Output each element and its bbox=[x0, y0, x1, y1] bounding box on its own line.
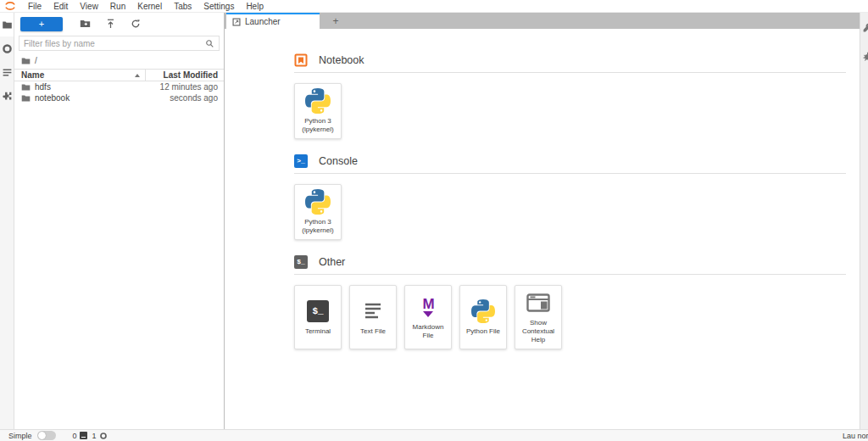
file-row-notebook[interactable]: notebook seconds ago bbox=[14, 92, 224, 103]
terminals-count: 0 bbox=[73, 432, 77, 440]
section-notebook: Notebook Python 3 (ipykernel) bbox=[294, 53, 846, 139]
folder-icon bbox=[2, 20, 13, 31]
launcher-icon bbox=[232, 18, 241, 26]
card-label: Text File bbox=[360, 327, 386, 336]
simple-mode-label: Simple bbox=[8, 432, 32, 440]
column-header-name[interactable]: Name bbox=[14, 70, 145, 80]
tab-bar: Launcher + bbox=[225, 13, 860, 29]
terminal-icon: $_ bbox=[294, 255, 308, 269]
section-divider bbox=[294, 274, 846, 275]
jupyterlab-window: File Edit View Run Kernel Tabs Settings … bbox=[0, 0, 868, 441]
sidebar-tab-running[interactable] bbox=[0, 36, 14, 60]
menu-kernel[interactable]: Kernel bbox=[131, 2, 168, 11]
contextual-help-icon bbox=[526, 293, 550, 312]
main-area: Launcher + Notebook bbox=[225, 13, 860, 429]
status-right-text: Lau norm bbox=[843, 432, 868, 440]
terminal-icon: $_ bbox=[307, 300, 329, 322]
menu-settings[interactable]: Settings bbox=[198, 2, 240, 11]
section-title: Other bbox=[319, 256, 345, 268]
launcher-card-console-python3[interactable]: Python 3 (ipykernel) bbox=[294, 184, 342, 240]
python-icon bbox=[471, 299, 495, 323]
console-icon: >_ bbox=[294, 154, 308, 168]
menu-tabs[interactable]: Tabs bbox=[168, 2, 198, 11]
menu-run[interactable]: Run bbox=[104, 2, 131, 11]
section-title: Console bbox=[319, 155, 358, 167]
file-row-hdfs[interactable]: hdfs 12 minutes ago bbox=[14, 81, 224, 92]
toggle-knob bbox=[38, 432, 46, 439]
markdown-icon: M bbox=[422, 297, 433, 317]
sidebar-tab-table-of-contents[interactable] bbox=[0, 60, 14, 84]
folder-icon bbox=[21, 83, 31, 92]
python-icon bbox=[305, 88, 331, 114]
sidebar-tab-file-browser[interactable] bbox=[0, 13, 14, 36]
card-label: Terminal bbox=[305, 327, 331, 336]
menu-help[interactable]: Help bbox=[240, 2, 270, 11]
status-bar: Simple 0 1 Lau norm bbox=[0, 429, 868, 441]
right-activity-bar bbox=[860, 13, 868, 429]
kernel-circle-icon bbox=[99, 432, 108, 440]
tab-label: Launcher bbox=[245, 17, 281, 26]
launcher-card-text-file[interactable]: Text File bbox=[349, 285, 397, 349]
card-label: Python File bbox=[466, 327, 500, 336]
puzzle-icon bbox=[2, 91, 13, 102]
new-folder-button[interactable] bbox=[72, 16, 98, 31]
property-inspector-icon[interactable] bbox=[862, 21, 868, 36]
home-folder-icon bbox=[21, 57, 31, 65]
menu-view[interactable]: View bbox=[74, 2, 104, 11]
upload-icon bbox=[106, 19, 115, 29]
breadcrumb-path: / bbox=[35, 56, 37, 65]
jupyter-logo-icon bbox=[3, 1, 17, 11]
launcher-body: Notebook Python 3 (ipykernel) bbox=[225, 29, 860, 429]
section-divider bbox=[294, 72, 846, 73]
refresh-icon bbox=[131, 19, 141, 29]
kernels-count: 1 bbox=[92, 432, 97, 440]
text-file-icon bbox=[362, 301, 384, 321]
search-icon bbox=[205, 39, 214, 48]
file-filter-box bbox=[19, 36, 220, 51]
file-name: notebook bbox=[35, 93, 70, 103]
section-divider bbox=[294, 173, 846, 174]
file-filter-input[interactable] bbox=[24, 39, 205, 48]
refresh-button[interactable] bbox=[123, 16, 148, 31]
launcher-card-show-contextual-help[interactable]: Show Contextual Help bbox=[515, 285, 562, 349]
launcher-card-notebook-python3[interactable]: Python 3 (ipykernel) bbox=[294, 83, 342, 139]
column-header-modified[interactable]: Last Modified bbox=[146, 70, 224, 80]
terminals-status[interactable]: 0 bbox=[73, 432, 87, 440]
file-browser-toolbar: + bbox=[14, 13, 224, 35]
launcher-card-terminal[interactable]: $_ Terminal bbox=[294, 285, 342, 349]
kernels-status[interactable]: 1 bbox=[92, 432, 108, 440]
menu-edit[interactable]: Edit bbox=[47, 2, 74, 11]
launcher-card-python-file[interactable]: Python File bbox=[459, 285, 507, 349]
file-browser-panel: + bbox=[14, 13, 225, 429]
notebook-icon bbox=[294, 53, 308, 67]
folder-icon bbox=[21, 94, 31, 103]
section-title: Notebook bbox=[319, 54, 364, 66]
breadcrumb[interactable]: / bbox=[14, 53, 224, 69]
list-icon bbox=[2, 67, 13, 78]
card-label: Show Contextual Help bbox=[517, 319, 559, 345]
terminal-icon bbox=[80, 432, 87, 439]
file-list-header: Name Last Modified bbox=[14, 69, 224, 81]
new-launcher-button[interactable]: + bbox=[20, 17, 63, 31]
new-folder-icon bbox=[80, 19, 91, 29]
menu-file[interactable]: File bbox=[22, 2, 47, 11]
file-name: hdfs bbox=[35, 82, 51, 92]
debugger-icon[interactable] bbox=[862, 50, 868, 65]
file-modified: 12 minutes ago bbox=[146, 82, 224, 92]
left-activity-bar bbox=[0, 13, 14, 429]
simple-mode-toggle[interactable] bbox=[37, 431, 56, 440]
menu-bar: File Edit View Run Kernel Tabs Settings … bbox=[0, 0, 868, 13]
launcher-card-markdown-file[interactable]: M Markdown File bbox=[404, 285, 452, 349]
card-label: Python 3 (ipykernel) bbox=[297, 117, 339, 135]
upload-button[interactable] bbox=[98, 16, 123, 31]
card-label: Python 3 (ipykernel) bbox=[297, 218, 339, 236]
name-header-label: Name bbox=[21, 70, 44, 80]
sidebar-tab-extensions[interactable] bbox=[0, 84, 14, 108]
tab-launcher[interactable]: Launcher bbox=[226, 13, 320, 29]
new-tab-button[interactable]: + bbox=[320, 13, 352, 29]
section-console: >_ Console Python 3 (ipyke bbox=[294, 154, 846, 240]
sort-ascending-icon bbox=[135, 74, 140, 77]
section-other: $_ Other $_ Terminal bbox=[294, 254, 846, 349]
card-label: Markdown File bbox=[407, 323, 449, 341]
python-icon bbox=[305, 189, 331, 215]
